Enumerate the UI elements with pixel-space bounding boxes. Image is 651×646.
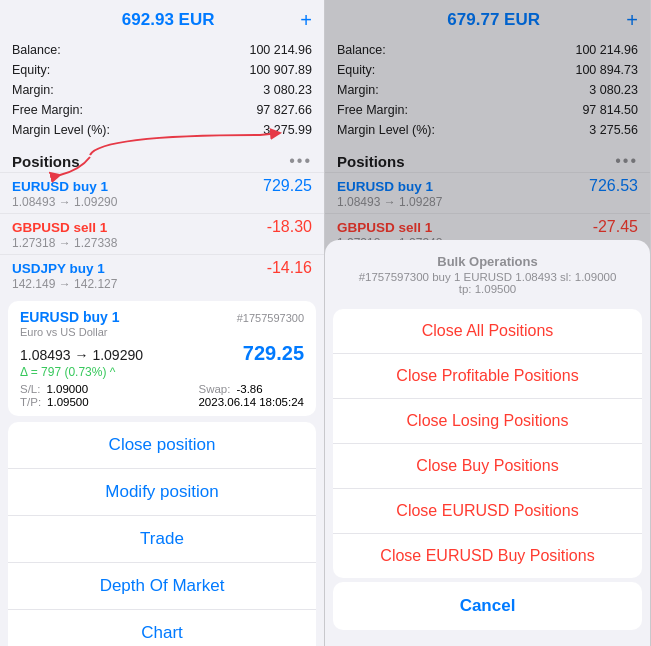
left-position-usdjpy[interactable]: USDJPY buy 1 -14.16 142.149 → 142.127	[0, 254, 324, 295]
bulk-close-eurusd-button[interactable]: Close EURUSD Positions	[333, 489, 642, 534]
left-usdjpy-symbol: USDJPY buy 1	[12, 261, 105, 276]
free-margin-row: Free Margin: 97 827.66	[12, 100, 312, 120]
left-free-margin-value: 97 827.66	[256, 100, 312, 120]
left-balance-value: 100 214.96	[249, 40, 312, 60]
equity-label: Equity:	[12, 60, 50, 80]
left-positions-header: Positions •••	[0, 146, 324, 172]
detail-subtitle: Euro vs US Dollar	[20, 326, 304, 338]
sl-value: 1.09000	[46, 383, 88, 395]
trade-button[interactable]: Trade	[8, 516, 316, 563]
left-account-info: Balance: 100 214.96 Equity: 100 907.89 M…	[0, 36, 324, 146]
bulk-overlay: Bulk Operations #1757597300 buy 1 EURUSD…	[325, 0, 650, 646]
detail-right-fields: Swap: -3.86 2023.06.14 18:05:24	[198, 383, 304, 408]
swap-label: Swap:	[198, 383, 230, 395]
margin-level-label: Margin Level (%):	[12, 120, 110, 140]
left-title: 692.93 EUR	[36, 10, 300, 30]
swap-value: -3.86	[236, 383, 262, 395]
left-usdjpy-prices: 142.149 → 142.127	[12, 277, 312, 291]
bulk-cancel-button[interactable]: Cancel	[333, 582, 642, 630]
detail-delta: Δ = 797 (0.73%) ^	[20, 365, 304, 379]
bulk-close-all-button[interactable]: Close All Positions	[333, 309, 642, 354]
left-position-eurusd[interactable]: EURUSD buy 1 729.25 1.08493 → 1.09290	[0, 172, 324, 213]
left-detail-card: EURUSD buy 1 #1757597300 Euro vs US Doll…	[8, 301, 316, 416]
modify-position-button[interactable]: Modify position	[8, 469, 316, 516]
margin-label: Margin:	[12, 80, 54, 100]
margin-level-row: Margin Level (%): 3 275.99	[12, 120, 312, 140]
left-usdjpy-dir: buy 1	[70, 261, 105, 276]
bulk-close-losing-button[interactable]: Close Losing Positions	[333, 399, 642, 444]
left-eurusd-prices: 1.08493 → 1.09290	[12, 195, 312, 209]
chart-button[interactable]: Chart	[8, 610, 316, 646]
detail-symbol: EURUSD buy 1	[20, 309, 120, 325]
bulk-header: Bulk Operations #1757597300 buy 1 EURUSD…	[325, 240, 650, 301]
left-positions-label: Positions	[12, 153, 80, 170]
left-equity-value: 100 907.89	[249, 60, 312, 80]
close-position-button[interactable]: Close position	[8, 422, 316, 469]
left-gbpusd-dir: sell 1	[74, 220, 108, 235]
bulk-actions-list: Close All Positions Close Profitable Pos…	[333, 309, 642, 578]
left-eurusd-symbol: EURUSD buy 1	[12, 179, 108, 194]
left-usdjpy-pnl: -14.16	[267, 259, 312, 277]
left-positions-menu-button[interactable]: •••	[289, 152, 312, 170]
left-panel: 692.93 EUR + Balance: 100 214.96 Equity:…	[0, 0, 325, 646]
bulk-close-buy-button[interactable]: Close Buy Positions	[333, 444, 642, 489]
date-value: 2023.06.14 18:05:24	[198, 396, 304, 408]
margin-row: Margin: 3 080.23	[12, 80, 312, 100]
tp-value: 1.09500	[47, 396, 89, 408]
left-margin-level-value: 3 275.99	[263, 120, 312, 140]
left-eurusd-dir: buy 1	[73, 179, 108, 194]
left-margin-value: 3 080.23	[263, 80, 312, 100]
free-margin-label: Free Margin:	[12, 100, 83, 120]
balance-row: Balance: 100 214.96	[12, 40, 312, 60]
left-gbpusd-pnl: -18.30	[267, 218, 312, 236]
bulk-subtitle2: tp: 1.09500	[337, 283, 638, 295]
bulk-title: Bulk Operations	[337, 254, 638, 269]
bulk-close-eurusd-buy-button[interactable]: Close EURUSD Buy Positions	[333, 534, 642, 578]
bulk-sheet: Bulk Operations #1757597300 buy 1 EURUSD…	[325, 240, 650, 646]
left-header: 692.93 EUR +	[0, 0, 324, 36]
detail-left-fields: S/L: 1.09000 T/P: 1.09500	[20, 383, 89, 408]
left-gbpusd-symbol: GBPUSD sell 1	[12, 220, 107, 235]
depth-of-market-button[interactable]: Depth Of Market	[8, 563, 316, 610]
left-actions-list: Close position Modify position Trade Dep…	[8, 422, 316, 646]
detail-prices: 1.08493 → 1.09290	[20, 347, 143, 363]
right-panel: 679.77 EUR + Balance: 100 214.96 Equity:…	[325, 0, 650, 646]
bulk-close-profitable-button[interactable]: Close Profitable Positions	[333, 354, 642, 399]
sl-label: S/L:	[20, 383, 40, 395]
bulk-subtitle: #1757597300 buy 1 EURUSD 1.08493 sl: 1.0…	[337, 271, 638, 283]
equity-row: Equity: 100 907.89	[12, 60, 312, 80]
left-gbpusd-prices: 1.27318 → 1.27338	[12, 236, 312, 250]
tp-label: T/P:	[20, 396, 41, 408]
left-position-gbpusd[interactable]: GBPUSD sell 1 -18.30 1.27318 → 1.27338	[0, 213, 324, 254]
left-eurusd-pnl: 729.25	[263, 177, 312, 195]
balance-label: Balance:	[12, 40, 61, 60]
detail-pnl: 729.25	[243, 342, 304, 365]
left-add-button[interactable]: +	[300, 10, 312, 30]
detail-order: #1757597300	[237, 312, 304, 324]
